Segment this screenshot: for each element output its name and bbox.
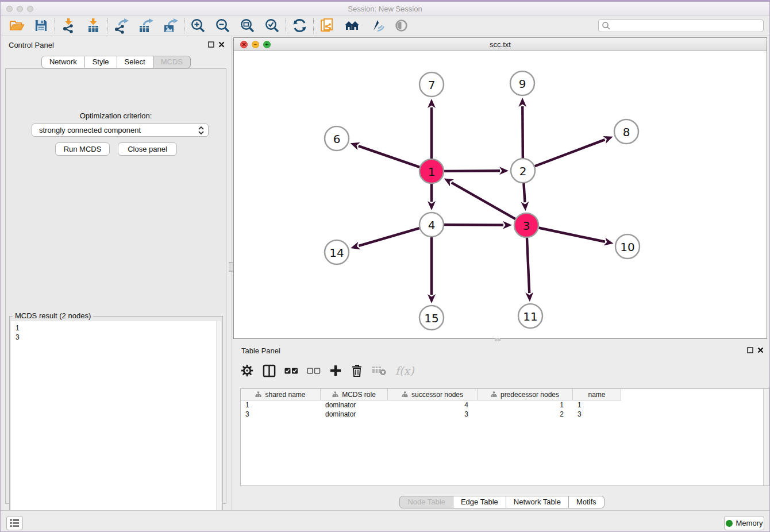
apply-layout-icon[interactable] bbox=[287, 17, 312, 35]
scrollbar[interactable] bbox=[216, 321, 221, 532]
settings-gear-icon[interactable] bbox=[240, 364, 254, 377]
float-panel-icon[interactable] bbox=[208, 41, 214, 48]
table-cell[interactable]: 3 bbox=[573, 410, 621, 419]
control-panel: Control Panel Network Style Select MCDS … bbox=[1, 36, 232, 510]
graph-edge-1-6[interactable] bbox=[359, 146, 419, 167]
scrollbar[interactable] bbox=[763, 389, 769, 485]
graphics-details-icon[interactable] bbox=[364, 17, 389, 35]
export-network-icon[interactable] bbox=[109, 17, 133, 35]
tab-network[interactable]: Network bbox=[41, 56, 85, 68]
table-cell[interactable]: 3 bbox=[388, 410, 478, 419]
tab-style[interactable]: Style bbox=[85, 56, 117, 68]
mcds-result-title: MCDS result (2 nodes) bbox=[13, 311, 93, 320]
function-builder-icon: f(x) bbox=[395, 364, 414, 377]
table-cell[interactable]: 4 bbox=[388, 400, 478, 410]
tab-select[interactable]: Select bbox=[117, 56, 153, 68]
birds-eye-view-icon[interactable] bbox=[389, 17, 414, 35]
import-table-icon[interactable] bbox=[81, 17, 106, 35]
run-mcds-button[interactable]: Run MCDS bbox=[55, 142, 110, 156]
chevron-updown-icon bbox=[198, 126, 204, 138]
graph-edge-2-9[interactable] bbox=[522, 106, 523, 158]
network-from-selection-icon[interactable] bbox=[315, 17, 340, 35]
network-canvas[interactable]: 1234678910111415 bbox=[234, 51, 767, 338]
main-toolbar bbox=[1, 16, 769, 36]
toolbar-separator bbox=[286, 18, 286, 33]
graph-edge-4-14[interactable] bbox=[359, 228, 419, 246]
table-row[interactable]: 1dominator411 bbox=[241, 400, 769, 410]
column-header[interactable]: shared name bbox=[241, 389, 321, 400]
column-header[interactable]: predecessor nodes bbox=[478, 389, 573, 400]
export-table-icon[interactable] bbox=[133, 17, 158, 35]
table-row[interactable]: 3dominator323 bbox=[241, 410, 769, 419]
criterion-dropdown[interactable]: strongly connected component bbox=[32, 124, 209, 137]
tab-motifs[interactable]: Motifs bbox=[569, 496, 605, 508]
graph-edge-3-1[interactable] bbox=[452, 183, 515, 219]
graph-node-label: 7 bbox=[428, 78, 436, 92]
open-session-icon[interactable] bbox=[4, 17, 29, 35]
graph-edge-3-10[interactable] bbox=[539, 228, 605, 242]
table-cell[interactable]: 1 bbox=[478, 400, 573, 410]
delete-column-trash-icon[interactable] bbox=[351, 364, 363, 377]
memory-status-icon bbox=[726, 520, 733, 527]
table-cell[interactable]: 2 bbox=[478, 410, 573, 419]
column-layout-icon[interactable] bbox=[263, 364, 276, 377]
close-panel-button[interactable]: Close panel bbox=[118, 142, 177, 156]
zoom-in-icon[interactable] bbox=[186, 17, 210, 35]
deselect-all-checks-icon[interactable] bbox=[307, 368, 321, 374]
table-cell[interactable]: dominator bbox=[321, 400, 388, 410]
zoom-out-icon[interactable] bbox=[210, 17, 235, 35]
zoom-selected-icon[interactable] bbox=[260, 17, 284, 35]
graph-node-label: 11 bbox=[523, 310, 537, 323]
table-cell[interactable]: dominator bbox=[321, 410, 388, 419]
attribute-icon bbox=[255, 391, 261, 398]
graph-node-label: 9 bbox=[519, 77, 526, 91]
graph-edge-2-8[interactable] bbox=[535, 140, 605, 166]
graph-node-label: 15 bbox=[424, 311, 438, 325]
mcds-result-group: MCDS result (2 nodes) 1 3 bbox=[9, 316, 223, 532]
attribute-icon bbox=[402, 391, 408, 398]
close-panel-icon[interactable] bbox=[218, 41, 225, 48]
add-column-icon[interactable] bbox=[329, 364, 342, 377]
window-title: Session: New Session bbox=[1, 5, 769, 13]
tab-network-table[interactable]: Network Table bbox=[506, 496, 569, 508]
control-panel-tabs: Network Style Select MCDS bbox=[1, 56, 232, 68]
mcds-result-text[interactable]: 1 3 bbox=[11, 321, 221, 532]
search-input[interactable] bbox=[611, 20, 763, 31]
save-session-icon[interactable] bbox=[29, 17, 53, 35]
graph-edge-4-3[interactable] bbox=[444, 225, 503, 225]
select-all-checks-icon[interactable] bbox=[284, 368, 298, 374]
import-network-icon[interactable] bbox=[56, 17, 81, 35]
table-cell[interactable]: 1 bbox=[241, 400, 321, 410]
splitter-grip[interactable] bbox=[229, 262, 233, 272]
task-history-button[interactable] bbox=[6, 516, 23, 530]
splitter-grip[interactable] bbox=[495, 338, 500, 341]
double-home-icon[interactable] bbox=[340, 17, 364, 35]
table-panel-title: Table Panel bbox=[241, 346, 280, 355]
network-window-title: scc.txt bbox=[234, 40, 767, 49]
graph-edge-2-3[interactable] bbox=[523, 183, 525, 202]
toolbar-separator bbox=[313, 18, 314, 33]
table-panel: Table Panel bbox=[233, 342, 770, 510]
memory-button[interactable]: Memory bbox=[724, 516, 764, 530]
graph-edge-3-11[interactable] bbox=[527, 238, 529, 293]
search-field[interactable] bbox=[598, 19, 764, 32]
table-toolbar: f(x) bbox=[240, 357, 414, 384]
graph-edge-1-2[interactable] bbox=[444, 171, 500, 171]
column-header[interactable]: name bbox=[573, 389, 621, 400]
float-panel-icon[interactable] bbox=[747, 347, 753, 353]
column-header[interactable]: successor nodes bbox=[388, 389, 478, 400]
tab-edge-table[interactable]: Edge Table bbox=[453, 496, 506, 508]
attribute-icon bbox=[491, 391, 497, 398]
graph-node-label: 6 bbox=[333, 132, 341, 146]
graph-node-label: 10 bbox=[620, 240, 634, 254]
zoom-fit-icon[interactable] bbox=[235, 17, 260, 35]
tab-node-table[interactable]: Node Table bbox=[399, 496, 453, 508]
tab-mcds[interactable]: MCDS bbox=[153, 56, 191, 68]
close-panel-icon[interactable] bbox=[757, 347, 764, 353]
export-image-icon[interactable] bbox=[158, 17, 183, 35]
network-window-titlebar[interactable]: ✕ − + scc.txt bbox=[234, 38, 767, 51]
table-cell[interactable]: 1 bbox=[573, 400, 621, 410]
column-header[interactable]: MCDS role bbox=[321, 389, 388, 400]
graph-node-label: 14 bbox=[329, 246, 344, 260]
table-cell[interactable]: 3 bbox=[241, 410, 321, 419]
